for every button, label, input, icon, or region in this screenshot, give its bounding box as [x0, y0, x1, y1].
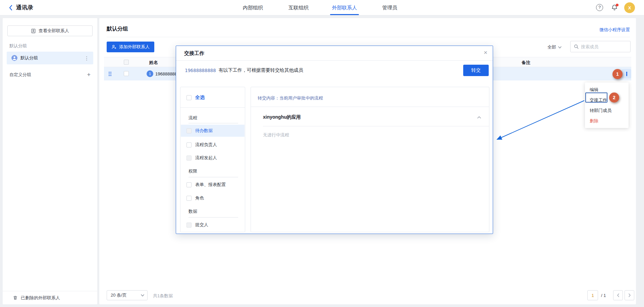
modal-title: 交接工作 [184, 50, 204, 57]
section-label-process: 流程 [189, 115, 197, 121]
chevron-down-icon [558, 46, 561, 49]
prev-page-button[interactable] [613, 290, 623, 300]
row-avatar: 1 [147, 70, 153, 77]
checklist-item-label: 表单、报表配置 [195, 182, 226, 188]
add-external-contact-label: 添加外部联系人 [119, 44, 150, 50]
checkbox[interactable] [186, 196, 192, 201]
tab-internal-org[interactable]: 内部组织 [239, 0, 267, 15]
section-label-permission: 权限 [189, 168, 197, 174]
back-chevron-icon [9, 5, 13, 11]
checklist-item-label: 流程负责人 [195, 142, 217, 148]
divider [180, 107, 245, 108]
trash-icon [13, 295, 18, 300]
user-avatar[interactable]: X [624, 2, 635, 13]
main-title: 默认分组 [107, 25, 128, 33]
wechat-miniprogram-settings-link[interactable]: 微信小程序设置 [599, 27, 630, 33]
menu-item-handover-work[interactable]: 交接工作 [585, 95, 629, 105]
header-divider [107, 37, 630, 37]
select-all-checkbox[interactable] [186, 95, 192, 100]
column-header-name: 姓名 [149, 60, 158, 66]
group-section-label: 默认分组 [9, 43, 27, 49]
add-external-contact-button[interactable]: 添加外部联系人 [107, 42, 154, 52]
transfer-button[interactable]: 转交 [463, 65, 489, 76]
section-label-data: 数据 [189, 208, 197, 214]
contact-card-icon [31, 28, 36, 34]
filter-all-label: 全部 [547, 44, 556, 50]
page-size-label: 20 条/页 [111, 292, 127, 298]
checklist-item-label: 角色 [195, 195, 204, 201]
next-page-button[interactable] [625, 290, 634, 300]
sidebar-item-default-group[interactable]: 默认分组 ⋮ [7, 52, 93, 64]
checkbox[interactable] [186, 156, 192, 161]
top-bar: 通讯录 内部组织 互联组织 外部联系人 管理员 ? X [0, 0, 644, 15]
checklist-item-submitter[interactable]: 提交人 [186, 220, 208, 230]
app-group-row[interactable]: xinyonghu的应用 [263, 112, 481, 123]
checklist-item-label: 提交人 [195, 222, 208, 228]
checklist-item-pending-data[interactable]: 待办数据 [181, 125, 245, 137]
notification-bell-icon[interactable] [611, 4, 619, 12]
empty-process-label: 无进行中流程 [263, 132, 289, 138]
group-kebab-menu-icon[interactable]: ⋮ [84, 56, 89, 61]
checklist-item-process-owner[interactable]: 流程负责人 [186, 139, 217, 150]
custom-group-label: 自定义分组 [9, 72, 31, 78]
checklist-item-process-initiator[interactable]: 流程发起人 [186, 152, 217, 163]
checklist-item-role[interactable]: 角色 [186, 193, 204, 203]
checklist-item-label: 流程发起人 [195, 155, 217, 161]
modal-user-number: 19688888888 [185, 68, 216, 73]
sidebar: 查看全部联系人 默认分组 默认分组 ⋮ 自定义分组 + [3, 18, 97, 304]
chevron-up-icon[interactable] [477, 116, 481, 119]
checkbox[interactable] [186, 182, 192, 187]
notification-dot [616, 4, 619, 6]
chevron-down-icon [141, 294, 144, 297]
help-icon[interactable]: ? [596, 4, 603, 11]
modal-message: 19688888888 有以下工作，可根据需要转交给其他成员 [185, 65, 303, 76]
checklist-item-label: 待办数据 [195, 128, 213, 134]
tab-external-contacts[interactable]: 外部联系人 [327, 0, 362, 15]
current-page-input[interactable]: 1 [587, 290, 598, 300]
menu-item-delete[interactable]: 删除 [585, 116, 629, 126]
section-underline [189, 177, 238, 177]
app-name-label: xinyonghu的应用 [263, 114, 301, 120]
custom-group-row: 自定义分组 + [9, 70, 91, 79]
person-plus-icon [111, 44, 117, 50]
deleted-contacts-label: 已删除的外部联系人 [21, 295, 60, 301]
search-input[interactable] [581, 44, 627, 49]
row-checkbox[interactable] [124, 71, 129, 76]
drag-handle-icon[interactable] [108, 71, 111, 76]
total-pages-label: / 1 [601, 293, 606, 298]
page-size-select[interactable]: 20 条/页 [107, 290, 148, 300]
view-all-contacts-label: 查看全部联系人 [39, 28, 69, 34]
default-group-label: 默认分组 [20, 55, 84, 61]
page: 通讯录 内部组织 互联组织 外部联系人 管理员 ? X 查看全部联系人 [0, 0, 644, 307]
select-all-checkbox[interactable] [124, 60, 129, 65]
handover-modal: 交接工作 × 19688888888 有以下工作，可根据需要转交给其他成员 转交… [176, 46, 493, 234]
column-header-remark: 备注 [522, 60, 530, 66]
modal-header: 交接工作 × [176, 46, 493, 61]
tab-admin[interactable]: 管理员 [378, 0, 402, 15]
checklist-panel: 全选 流程 待办数据 流程负责人 流程发起人 权限 表单、报表配置 [180, 87, 245, 232]
checkbox[interactable] [186, 128, 192, 133]
search-icon [574, 44, 579, 49]
section-underline [189, 123, 238, 123]
transfer-content-header: 转交内容：当前用户审批中的流程 [258, 95, 323, 101]
tab-connected-org[interactable]: 互联组织 [284, 0, 313, 15]
filter-all-dropdown[interactable]: 全部 [547, 44, 566, 51]
deleted-contacts-button[interactable]: 已删除的外部联系人 [3, 291, 97, 304]
group-person-icon [11, 55, 17, 61]
checkbox[interactable] [186, 223, 192, 228]
select-all-label: 全选 [195, 95, 205, 101]
back-button[interactable]: 通讯录 [9, 4, 33, 11]
section-underline [189, 217, 238, 218]
menu-item-transfer-department-member[interactable]: 转部门成员 [585, 105, 629, 116]
modal-message-text: 有以下工作，可根据需要转交给其他成员 [219, 67, 303, 73]
checkbox[interactable] [186, 142, 192, 147]
close-icon[interactable]: × [484, 49, 487, 56]
add-group-plus-icon[interactable]: + [87, 72, 91, 78]
select-all-row[interactable]: 全选 [186, 93, 205, 103]
divider [263, 126, 489, 126]
row-kebab-menu-icon[interactable] [622, 69, 631, 78]
view-all-contacts-button[interactable]: 查看全部联系人 [7, 25, 93, 36]
row-context-menu: 编辑 交接工作 转部门成员 删除 [585, 82, 629, 128]
checklist-item-form-report-config[interactable]: 表单、报表配置 [186, 179, 226, 190]
menu-item-edit[interactable]: 编辑 [585, 84, 629, 95]
